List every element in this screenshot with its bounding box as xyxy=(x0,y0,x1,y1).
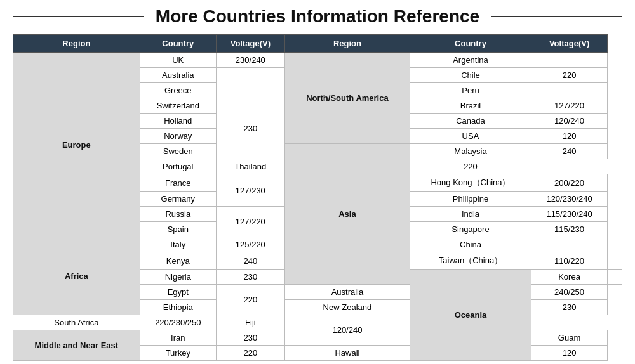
voltage-china xyxy=(531,237,608,252)
country-ethiopia: Ethiopia xyxy=(140,300,216,315)
region-middle-east: Middle and Near East xyxy=(13,330,140,361)
country-italy: Italy xyxy=(140,237,216,252)
voltage-australia-oceania: 240/250 xyxy=(531,285,608,300)
voltage-fiji-guam: 120/240 xyxy=(284,315,410,346)
header-region-left: Region xyxy=(13,35,140,53)
country-thailand: Thailand xyxy=(216,159,284,174)
voltage-singapore: 115/230 xyxy=(531,222,608,237)
country-peru: Peru xyxy=(410,83,531,98)
region-oceania: Oceania xyxy=(410,270,531,361)
region-north-south: North/South America xyxy=(284,53,410,144)
country-brazil: Brazil xyxy=(410,98,531,114)
header-country-right: Country xyxy=(410,35,531,53)
country-holland: Holland xyxy=(140,114,216,129)
voltage-switzerland: 230 xyxy=(216,98,284,159)
country-korea: Korea xyxy=(531,270,608,285)
country-hawaii: Hawaii xyxy=(284,346,410,361)
voltage-india: 115/230/240 xyxy=(531,207,608,222)
country-south-africa: South Africa xyxy=(13,315,140,330)
country-chile: Chile xyxy=(410,68,531,83)
voltage-turkey: 220 xyxy=(216,346,284,361)
voltage-chile: 220 xyxy=(531,68,608,83)
header-voltage-right: Voltage(V) xyxy=(531,35,608,53)
voltage-south-africa: 220/230/250 xyxy=(140,315,216,330)
country-greece: Greece xyxy=(140,83,216,98)
country-germany: Germany xyxy=(140,192,216,207)
voltage-nigeria: 230 xyxy=(216,270,284,285)
header-country-left: Country xyxy=(140,35,216,53)
country-india: India xyxy=(410,207,531,222)
country-norway: Norway xyxy=(140,129,216,144)
voltage-kenya: 240 xyxy=(216,252,284,270)
country-egypt: Egypt xyxy=(140,285,216,300)
country-turkey: Turkey xyxy=(140,346,216,361)
header-voltage-left: Voltage(V) xyxy=(216,35,284,53)
title-container: More Countries Information Reference xyxy=(13,6,622,27)
country-russia: Russia xyxy=(140,207,216,222)
voltage-new-zealand: 230 xyxy=(531,300,608,315)
voltage-taiwan: 110/220 xyxy=(531,252,608,270)
voltage-russia-spain: 127/220 xyxy=(216,207,284,237)
voltage-argentina xyxy=(531,53,608,68)
voltage-france-germany: 127/230 xyxy=(216,174,284,207)
country-spain: Spain xyxy=(140,222,216,237)
title-line-right xyxy=(491,16,622,17)
page-title: More Countries Information Reference xyxy=(144,6,491,27)
header-region-right: Region xyxy=(284,35,410,53)
country-usa: USA xyxy=(410,129,531,144)
country-australia-oceania: Australia xyxy=(284,285,410,300)
voltage-brazil: 127/220 xyxy=(531,98,608,114)
voltage-hong-kong: 200/220 xyxy=(531,174,608,192)
country-argentina: Argentina xyxy=(410,53,531,68)
country-kenya: Kenya xyxy=(140,252,216,270)
country-nigeria: Nigeria xyxy=(140,270,216,285)
voltage-hawaii: 120 xyxy=(531,346,608,361)
region-asia: Asia xyxy=(284,144,410,285)
country-new-zealand: New Zealand xyxy=(284,300,410,315)
country-philippine: Philippine xyxy=(410,192,531,207)
country-fiji: Fiji xyxy=(216,315,284,330)
voltage-malaysia: 240 xyxy=(531,144,608,159)
voltage-uk: 230/240 xyxy=(216,53,284,68)
country-hong-kong: Hong Kong（China） xyxy=(410,174,531,192)
countries-table: Region Country Voltage(V) Region Country… xyxy=(13,34,622,361)
country-australia-eu: Australia xyxy=(140,68,216,83)
country-iran: Iran xyxy=(140,330,216,346)
country-guam: Guam xyxy=(531,330,608,346)
voltage-usa: 120 xyxy=(531,129,608,144)
region-europe: Europe xyxy=(13,53,140,237)
voltage-thailand: 220 xyxy=(410,159,531,174)
country-china: China xyxy=(410,237,531,252)
country-france: France xyxy=(140,174,216,192)
voltage-italy: 125/220 xyxy=(216,237,284,252)
voltage-australia-eu xyxy=(216,68,284,98)
voltage-korea xyxy=(608,270,622,285)
voltage-philippine: 120/230/240 xyxy=(531,192,608,207)
country-malaysia: Malaysia xyxy=(410,144,531,159)
voltage-peru xyxy=(531,83,608,98)
voltage-canada: 120/240 xyxy=(531,114,608,129)
voltage-iran: 230 xyxy=(216,330,284,346)
table-row: Europe UK 230/240 North/South America Ar… xyxy=(13,53,622,68)
country-portugal: Portugal xyxy=(140,159,216,174)
country-taiwan: Taiwan（China） xyxy=(410,252,531,270)
country-uk: UK xyxy=(140,53,216,68)
voltage-egypt-ethiopia: 220 xyxy=(216,285,284,315)
title-line-left xyxy=(13,16,144,17)
table-header-row: Region Country Voltage(V) Region Country… xyxy=(13,35,622,53)
country-sweden: Sweden xyxy=(140,144,216,159)
country-singapore: Singapore xyxy=(410,222,531,237)
country-switzerland: Switzerland xyxy=(140,98,216,114)
region-africa: Africa xyxy=(13,237,140,315)
country-canada: Canada xyxy=(410,114,531,129)
